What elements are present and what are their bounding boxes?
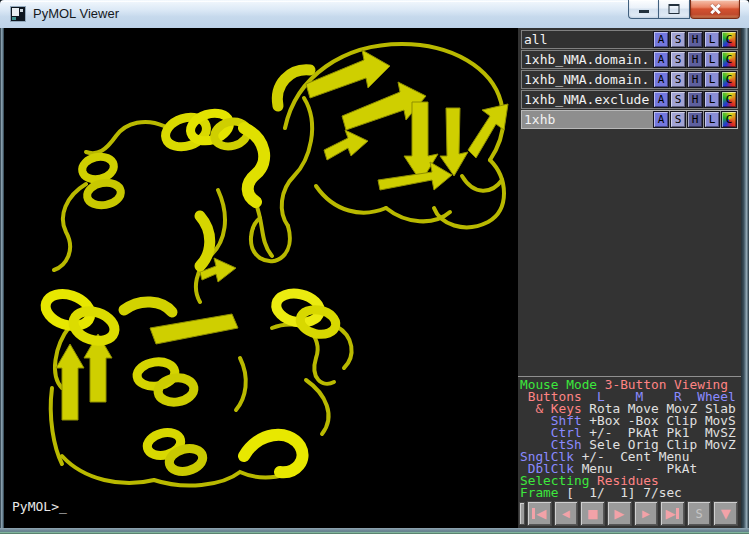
action-button[interactable]: A — [653, 111, 669, 128]
caption-buttons — [628, 0, 740, 20]
color-button[interactable]: C — [721, 111, 737, 128]
object-row[interactable]: 1xhb_NMA.domain. A S H L C — [521, 70, 738, 89]
action-button[interactable]: A — [653, 91, 669, 108]
go-to-end-button[interactable]: ▶ — [660, 501, 685, 526]
label-button[interactable]: L — [704, 71, 720, 88]
maximize-button[interactable] — [658, 0, 690, 19]
step-back-icon: ◀ — [562, 509, 570, 519]
go-to-start-button[interactable]: ◀ — [527, 501, 552, 526]
label-button[interactable]: L — [704, 91, 720, 108]
hide-button[interactable]: H — [687, 91, 703, 108]
hide-button[interactable]: H — [687, 51, 703, 68]
object-actions: A S H L C — [652, 91, 737, 108]
app-icon-pixel — [12, 17, 16, 20]
bar-icon — [676, 508, 679, 519]
window-border-bottom — [0, 528, 749, 534]
playback-controls: ◀ ◀ ■ ▶ ▶ ▶ S ▼ — [518, 501, 741, 528]
close-icon — [709, 3, 721, 15]
hide-button[interactable]: H — [687, 31, 703, 48]
object-list: all A S H L C 1xhb_NMA.domain. A S H — [518, 28, 741, 130]
rewind-icon: ◀ — [536, 507, 546, 520]
show-button[interactable]: S — [670, 51, 686, 68]
stop-icon: ■ — [587, 508, 598, 520]
scene-loop-button[interactable]: S — [687, 501, 712, 526]
label-button[interactable]: L — [704, 31, 720, 48]
hide-button[interactable]: H — [687, 111, 703, 128]
vcr-edge — [519, 502, 525, 525]
step-forward-icon: ▶ — [642, 509, 650, 519]
client-area: PyMOL>_ all A S H L C 1xhb_NMA.domain. — [4, 28, 741, 528]
step-back-button[interactable]: ◀ — [554, 501, 579, 526]
play-button[interactable]: ▶ — [607, 501, 632, 526]
show-button[interactable]: S — [670, 91, 686, 108]
color-button[interactable]: C — [721, 91, 737, 108]
object-row[interactable]: 1xhb_NMA.exclude A S H L C — [521, 90, 738, 109]
color-button[interactable]: C — [721, 71, 737, 88]
sidebar: all A S H L C 1xhb_NMA.domain. A S H — [518, 28, 741, 528]
frame-counter-line: Frame [ 1/ 1] 7/sec — [520, 487, 741, 499]
action-button[interactable]: A — [653, 51, 669, 68]
object-actions: A S H L C — [652, 111, 737, 128]
object-row[interactable]: 1xhb_NMA.domain. A S H L C — [521, 50, 738, 69]
object-actions: A S H L C — [652, 51, 737, 68]
object-actions: A S H L C — [652, 71, 737, 88]
pymol-window: PyMOL Viewer — [0, 0, 749, 534]
close-button[interactable] — [690, 0, 740, 19]
minimize-button[interactable] — [628, 0, 658, 19]
window-title: PyMOL Viewer — [33, 6, 119, 21]
mouse-mode-panel: Mouse Mode 3-Button Viewing Buttons L M … — [518, 376, 741, 501]
menu-toggle-button[interactable]: ▼ — [713, 501, 738, 526]
object-name: 1xhb_NMA.exclude — [522, 91, 652, 108]
protein-cartoon — [4, 28, 518, 528]
window-border-right — [741, 28, 749, 528]
action-button[interactable]: A — [653, 71, 669, 88]
object-name: 1xhb — [522, 111, 652, 128]
molecule-viewport[interactable]: PyMOL>_ — [4, 28, 518, 528]
hide-button[interactable]: H — [687, 71, 703, 88]
minimize-icon — [639, 10, 649, 13]
show-button[interactable]: S — [670, 31, 686, 48]
down-arrow-icon: ▼ — [721, 507, 731, 520]
app-icon-pixel — [20, 9, 23, 12]
color-button[interactable]: C — [721, 51, 737, 68]
show-button[interactable]: S — [670, 111, 686, 128]
sidebar-spacer — [518, 130, 741, 376]
fast-forward-icon: ▶ — [665, 507, 675, 520]
play-icon: ▶ — [614, 507, 624, 520]
label-button[interactable]: L — [704, 51, 720, 68]
app-icon — [10, 6, 26, 22]
stop-button[interactable]: ■ — [580, 501, 605, 526]
object-name: 1xhb_NMA.domain. — [522, 51, 652, 68]
color-button[interactable]: C — [721, 31, 737, 48]
maximize-icon — [669, 4, 680, 14]
action-button[interactable]: A — [653, 31, 669, 48]
s-icon: S — [695, 508, 702, 520]
protein-helices — [41, 70, 338, 475]
object-row-all[interactable]: all A S H L C — [521, 30, 738, 49]
object-name: all — [522, 31, 652, 48]
object-name: 1xhb_NMA.domain. — [522, 71, 652, 88]
show-button[interactable]: S — [670, 71, 686, 88]
titlebar[interactable]: PyMOL Viewer — [0, 0, 749, 29]
bar-icon — [532, 508, 535, 519]
step-forward-button[interactable]: ▶ — [634, 501, 659, 526]
command-prompt[interactable]: PyMOL>_ — [12, 499, 67, 514]
object-row-1xhb[interactable]: 1xhb A S H L C — [521, 110, 738, 129]
label-button[interactable]: L — [704, 111, 720, 128]
app-icon-pixel — [12, 8, 19, 16]
object-actions: A S H L C — [652, 31, 737, 48]
